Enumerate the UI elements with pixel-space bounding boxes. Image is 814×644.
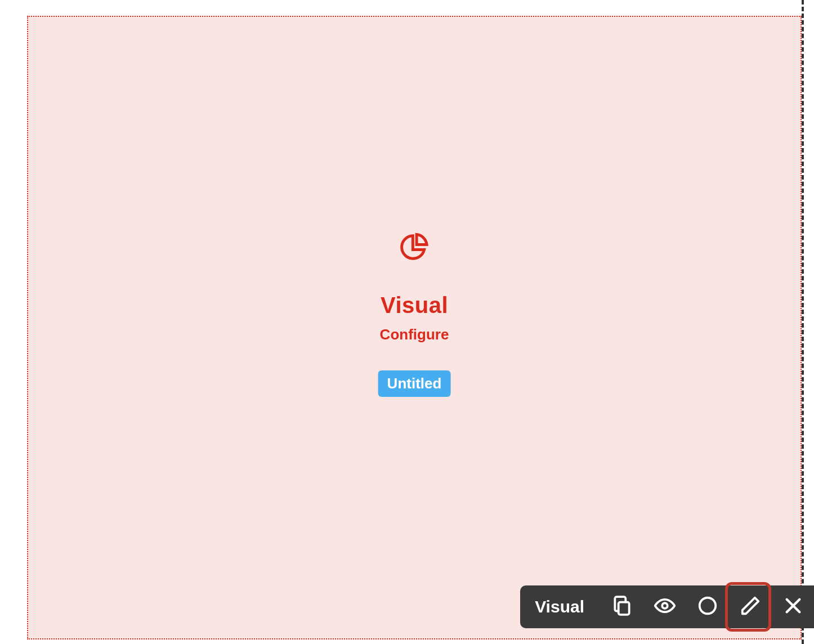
close-icon — [784, 596, 803, 618]
duplicate-icon — [611, 595, 633, 619]
pie-chart-icon — [399, 232, 430, 265]
canvas-right-edge — [802, 0, 804, 644]
status-button[interactable] — [692, 592, 723, 622]
svg-point-1 — [662, 603, 668, 609]
block-toolbar: Visual — [520, 585, 814, 628]
svg-rect-0 — [619, 602, 629, 615]
close-button[interactable] — [778, 592, 808, 622]
block-name-badge[interactable]: Untitled — [378, 370, 451, 397]
circle-icon — [697, 595, 718, 619]
pencil-icon — [740, 595, 761, 619]
block-title: Visual — [381, 293, 448, 318]
configure-link[interactable]: Configure — [380, 326, 449, 343]
duplicate-button[interactable] — [607, 592, 637, 622]
preview-button[interactable] — [650, 592, 680, 622]
svg-point-2 — [700, 598, 716, 614]
eye-icon — [654, 595, 676, 619]
visual-block-content: Visual Configure Untitled — [378, 232, 451, 397]
visual-block[interactable]: Visual Configure Untitled — [27, 16, 802, 639]
edit-button[interactable] — [735, 592, 766, 622]
toolbar-label: Visual — [535, 597, 584, 616]
